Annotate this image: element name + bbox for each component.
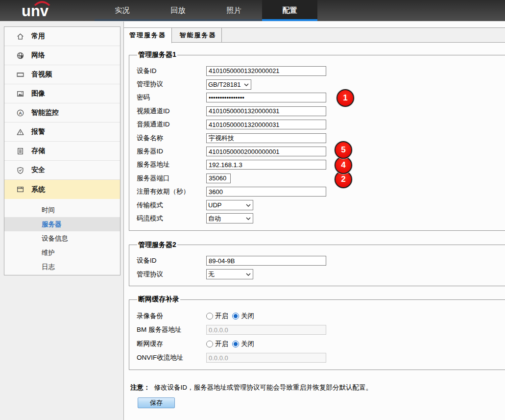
sidebar-subitem-time[interactable]: 时间 <box>4 203 120 217</box>
server-port-input[interactable] <box>206 173 231 183</box>
record-backup-on-label[interactable]: 开启 <box>215 312 228 321</box>
sidebar-subitem-server[interactable]: 服务器 <box>4 217 120 231</box>
record-backup-radio-group: 开启 关闭 <box>206 312 258 321</box>
sidebar-item-alarm[interactable]: 报警 <box>4 123 120 142</box>
form-row: 传输模式 UDP <box>137 198 505 212</box>
nav-tab-photo[interactable]: 照片 <box>206 0 262 21</box>
offline-cache-off-radio[interactable] <box>232 341 239 347</box>
sidebar-subitem-device-info[interactable]: 设备信息 <box>4 231 120 246</box>
server-id-input[interactable] <box>206 147 326 156</box>
sidebar: 常用 网络 音视频 图像 A 智能监控 报警 存储 安全 系统 时间 服务器 设… <box>4 26 120 275</box>
protocol-select[interactable]: GB/T28181 <box>206 79 251 90</box>
note-body: 修改设备ID，服务器地址或管理协议可能会导致重启并恢复部分默认配置。 <box>154 384 373 391</box>
sidebar-subitem-maintenance[interactable]: 维护 <box>4 246 120 260</box>
offline-cache-on-radio[interactable] <box>206 341 213 347</box>
sidebar-item-audio-video[interactable]: 音视频 <box>4 65 120 84</box>
tab-smart-server[interactable]: 智能服务器 <box>174 28 222 43</box>
stream-mode-select[interactable]: 自动 <box>206 213 253 223</box>
transport-mode-label: 传输模式 <box>137 201 206 210</box>
server-address-input[interactable] <box>206 160 326 170</box>
logo-text: unv <box>22 3 66 20</box>
sidebar-item-storage[interactable]: 存储 <box>4 142 120 161</box>
form-row: 断网缓存 开启 关闭 <box>137 337 505 351</box>
sidebar-item-common[interactable]: 常用 <box>4 27 120 46</box>
record-backup-label: 录像备份 <box>137 312 206 321</box>
nav-tab-live[interactable]: 实况 <box>95 0 150 21</box>
audio-channel-id-input[interactable] <box>206 120 326 129</box>
device-id-label: 设备ID <box>137 67 206 75</box>
record-backup-off-label[interactable]: 关闭 <box>241 312 254 321</box>
sidebar-item-network[interactable]: 网络 <box>4 46 120 65</box>
offline-cache-radio-group: 开启 关闭 <box>206 340 258 348</box>
offline-cache-label: 断网缓存 <box>137 340 206 348</box>
form-row: ONVIF收流地址 <box>137 351 505 365</box>
sidebar-item-security[interactable]: 安全 <box>4 161 120 180</box>
top-nav: 实况 回放 照片 配置 <box>95 0 318 21</box>
device-name-input[interactable] <box>206 133 326 143</box>
offline-cache-on-label[interactable]: 开启 <box>215 340 228 348</box>
form-row: 设备ID <box>137 254 505 268</box>
device-id-input[interactable] <box>206 66 326 76</box>
device-id2-input[interactable] <box>206 256 326 266</box>
video-channel-id-label: 视频通道ID <box>137 107 206 116</box>
form-row: 注册有效期（秒） <box>137 185 505 198</box>
nav-tab-playback[interactable]: 回放 <box>150 0 206 21</box>
password-input[interactable] <box>206 93 326 102</box>
register-validity-label: 注册有效期（秒） <box>137 187 206 196</box>
sidebar-system-submenu: 时间 服务器 设备信息 维护 日志 <box>4 199 120 274</box>
top-bar: unv 实况 回放 照片 配置 <box>0 0 505 21</box>
svg-text:A: A <box>19 110 22 115</box>
sidebar-item-image[interactable]: 图像 <box>4 84 120 103</box>
register-validity-input[interactable] <box>206 187 326 197</box>
offline-cache-off-label[interactable]: 关闭 <box>241 340 254 348</box>
security-icon <box>16 166 24 174</box>
storage-icon <box>16 147 24 155</box>
bm-server-address-label: BM 服务器地址 <box>137 325 206 334</box>
form-row: 码流模式 自动 <box>137 212 505 225</box>
onvif-address-label: ONVIF收流地址 <box>137 353 206 362</box>
record-backup-on-radio[interactable] <box>206 313 213 320</box>
system-icon <box>16 185 24 194</box>
form-row: 设备ID <box>137 64 505 77</box>
protocol2-label: 管理协议 <box>137 270 206 279</box>
form-row: 音频通道ID <box>137 118 505 131</box>
protocol-label: 管理协议 <box>137 80 206 89</box>
note-prefix: 注意： <box>130 384 150 391</box>
record-backup-off-radio[interactable] <box>232 313 239 320</box>
form-row: 服务器地址 <box>137 158 505 172</box>
transport-mode-select[interactable]: UDP <box>206 200 253 210</box>
globe-icon <box>16 51 24 60</box>
content-tab-bar: 管理服务器 智能服务器 <box>124 27 505 43</box>
note-text: 注意：修改设备ID，服务器地址或管理协议可能会导致重启并恢复部分默认配置。 <box>130 383 505 392</box>
sidebar-item-smart-monitoring[interactable]: A 智能监控 <box>4 103 120 123</box>
alarm-icon <box>16 128 24 136</box>
form-row: 录像备份 开启 关闭 <box>137 309 505 323</box>
server-address-label: 服务器地址 <box>137 160 206 169</box>
onvif-address-input <box>206 353 326 363</box>
nav-tab-setup[interactable]: 配置 <box>262 0 317 21</box>
password-label: 密码 <box>137 93 206 102</box>
form-row: 管理协议 GB/T28181 <box>137 77 505 91</box>
save-button[interactable]: 保存 <box>138 397 175 408</box>
video-channel-id-input[interactable] <box>206 106 326 116</box>
film-icon <box>16 71 24 79</box>
smart-monitor-icon: A <box>16 109 24 117</box>
sidebar-item-system[interactable]: 系统 <box>4 180 120 199</box>
form-row: 服务器端口 <box>137 172 505 185</box>
section-legend: 管理服务器1 <box>137 50 177 59</box>
section-legend: 断网缓存补录 <box>137 295 180 304</box>
tab-management-server[interactable]: 管理服务器 <box>124 28 172 43</box>
audio-channel-id-label: 音频通道ID <box>137 120 206 129</box>
server-id-label: 服务器ID <box>137 147 206 156</box>
form-row: 视频通道ID <box>137 104 505 118</box>
form-row: 设备名称 <box>137 131 505 145</box>
management-server1-section: 管理服务器1 设备ID 管理协议 GB/T28181 密码 视频通道 <box>129 50 505 231</box>
annotation-badge-5: 5 <box>335 141 352 159</box>
protocol2-select[interactable]: 无 <box>206 269 253 279</box>
sidebar-subitem-log[interactable]: 日志 <box>4 260 120 274</box>
section-legend: 管理服务器2 <box>137 241 177 249</box>
annotation-badge-1: 1 <box>337 89 354 107</box>
management-server2-section: 管理服务器2 设备ID 管理协议 无 <box>129 241 505 287</box>
server-settings-form: 管理服务器1 设备ID 管理协议 GB/T28181 密码 视频通道 <box>124 50 505 408</box>
bm-server-address-input <box>206 325 326 335</box>
